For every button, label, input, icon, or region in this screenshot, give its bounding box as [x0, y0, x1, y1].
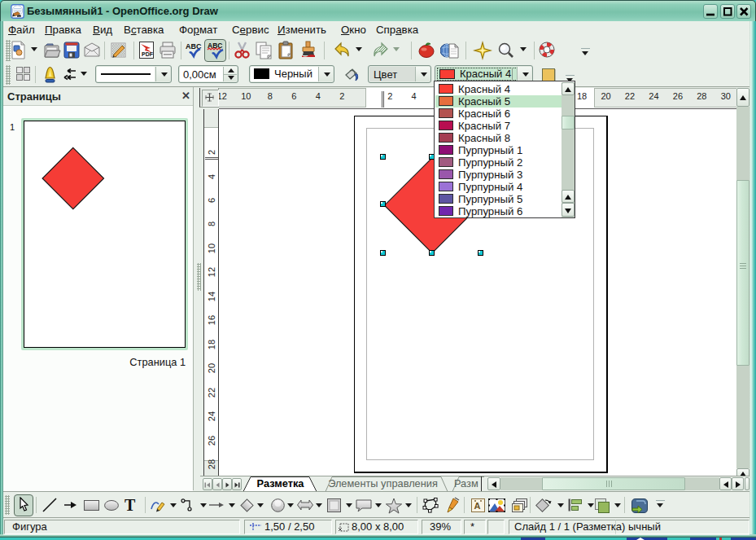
svg-text:PDF: PDF	[142, 51, 154, 57]
svg-text:A: A	[474, 501, 481, 511]
